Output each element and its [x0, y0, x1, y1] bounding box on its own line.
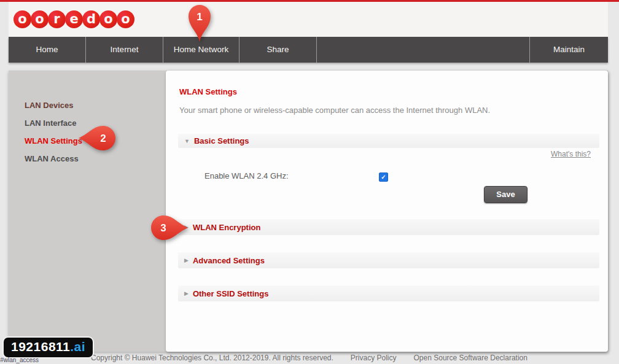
logo-letter: o	[117, 10, 134, 28]
accordion-basic-settings[interactable]: ▼ Basic Settings	[178, 134, 599, 148]
copyright-text: Copyright © Huawei Technologies Co., Ltd…	[91, 354, 333, 362]
accordion-other-ssid-settings[interactable]: ▶ Other SSID Settings	[178, 285, 599, 301]
logo-letter: o	[99, 10, 117, 28]
chevron-down-icon: ▼	[184, 138, 190, 144]
accordion-advanced-settings[interactable]: ▶ Advanced Settings	[178, 252, 599, 268]
content-area: LAN Devices LAN Interface WLAN Settings …	[9, 71, 608, 352]
nav-tab-share[interactable]: Share	[239, 37, 317, 63]
accordion-wlan-encryption[interactable]: ▶ WLAN Encryption	[178, 219, 599, 235]
logo-letter: r	[48, 10, 66, 28]
accordion-label: Advanced Settings	[193, 256, 265, 265]
callout-badge-3: 3	[150, 214, 189, 241]
status-bar-url-text: l#wlan_access	[0, 357, 39, 363]
whats-this-link[interactable]: What's this?	[551, 150, 591, 158]
watermark-suffix: .ai	[70, 339, 85, 354]
callout-number: 1	[197, 11, 202, 23]
page-description: Your smart phone or wireless-capable com…	[179, 106, 490, 115]
router-admin-page: o o r e d o o Home Internet Home Network…	[0, 0, 619, 364]
logo-letter: e	[65, 10, 83, 28]
logo-letter: o	[31, 10, 49, 28]
chevron-right-icon: ▶	[184, 290, 189, 296]
chevron-right-icon: ▶	[184, 257, 189, 263]
page-title: WLAN Settings	[179, 87, 237, 96]
callout-badge-2: 2	[77, 125, 117, 152]
teardrop-shape	[151, 215, 188, 240]
accordion-label: WLAN Encryption	[193, 223, 261, 232]
sidebar-item-wlan-access[interactable]: WLAN Access	[9, 150, 166, 168]
sidebar-item-lan-devices[interactable]: LAN Devices	[9, 96, 166, 114]
callout-number: 3	[160, 222, 166, 234]
teardrop-shape	[79, 126, 115, 150]
open-source-declaration-link[interactable]: Open Source Software Declaration	[414, 354, 528, 362]
nav-tab-maintain[interactable]: Maintain	[529, 37, 608, 63]
callout-number: 2	[100, 133, 106, 144]
sidebar: LAN Devices LAN Interface WLAN Settings …	[9, 71, 166, 352]
logo-letter: d	[82, 10, 100, 28]
nav-tab-internet[interactable]: Internet	[86, 37, 163, 63]
enable-wlan-checkbox[interactable]: ✓	[379, 172, 388, 182]
nav-tab-home[interactable]: Home	[9, 37, 86, 63]
callout-badge-1: 1	[186, 4, 213, 43]
accordion-label: Other SSID Settings	[193, 289, 269, 298]
privacy-policy-link[interactable]: Privacy Policy	[351, 354, 397, 362]
footer: Copyright © Huawei Technologies Co., Ltd…	[91, 354, 528, 362]
logo-letter: o	[14, 10, 31, 28]
main-nav: Home Internet Home Network Share Maintai…	[9, 37, 608, 63]
enable-wlan-label: Enable WLAN 2.4 GHz:	[204, 171, 289, 180]
save-button[interactable]: Save	[484, 186, 528, 203]
pin-shape	[189, 5, 211, 42]
watermark-number: 19216811	[11, 339, 70, 354]
main-panel: WLAN Settings Your smart phone or wirele…	[166, 71, 608, 352]
nav-spacer	[317, 37, 529, 63]
watermark-badge: 19216811.ai	[4, 338, 93, 357]
accordion-label: Basic Settings	[194, 136, 249, 145]
ooredoo-logo: o o r e d o o	[14, 10, 134, 28]
